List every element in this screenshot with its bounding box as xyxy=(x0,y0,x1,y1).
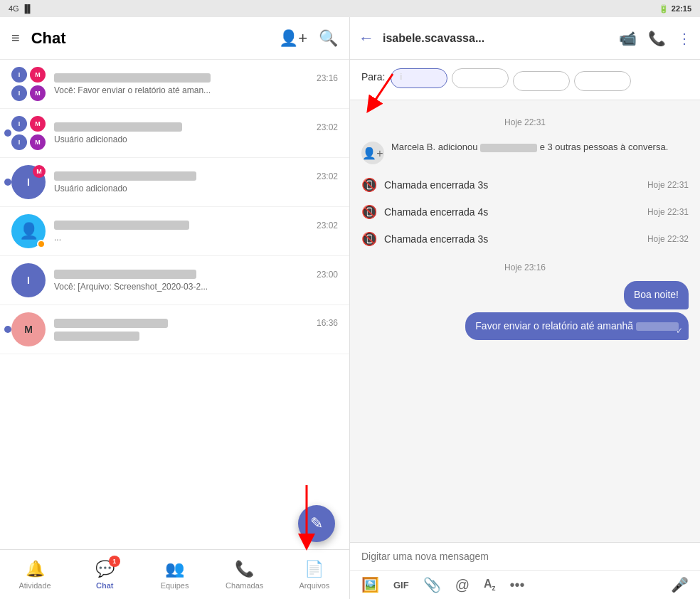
call-item: 📵 Chamada encerrada 4s Hoje 22:31 xyxy=(361,200,689,224)
more-options-toolbar-icon[interactable]: ••• xyxy=(510,577,525,593)
chat-time: 16:36 xyxy=(317,318,338,328)
to-tag[interactable]: i xyxy=(391,68,447,88)
mention-icon[interactable]: @ xyxy=(455,577,470,593)
chat-preview: Usuário adicionado xyxy=(54,134,338,144)
right-header: ← isabele.scavassa... 📹 📞 ⋮ xyxy=(350,17,700,60)
system-message: 👤+ Marcela B. adicionou e 3 outras pesso… xyxy=(361,142,689,164)
nav-item-calls[interactable]: 📞 Chamadas xyxy=(210,560,280,590)
text-format-icon[interactable]: Az xyxy=(484,578,496,592)
search-icon[interactable]: 🔍 xyxy=(319,29,338,48)
voice-call-icon[interactable]: 📞 xyxy=(648,30,666,47)
chat-name xyxy=(54,270,196,279)
call-time: Hoje 22:32 xyxy=(647,234,689,244)
avatar: I xyxy=(11,263,46,297)
chat-time: 23:16 xyxy=(317,73,338,83)
chat-time: 23:02 xyxy=(317,221,338,230)
to-section-wrapper: Para: i xyxy=(350,60,700,100)
header-icons: 👤+ 🔍 xyxy=(279,29,338,48)
chat-preview xyxy=(54,330,338,340)
date-divider: Hoje 22:31 xyxy=(361,117,689,127)
chat-name-row: 23:02 xyxy=(54,122,338,132)
avatar-segment: M xyxy=(30,116,46,132)
avatar: I M I M xyxy=(11,67,46,101)
attachment-icon[interactable]: 📎 xyxy=(423,576,441,593)
chat-item[interactable]: I M I M 23:16 Você: Favor enviar o relat… xyxy=(0,60,349,109)
missed-call-icon: 📵 xyxy=(361,231,377,247)
activity-icon: 🔔 xyxy=(26,560,45,578)
gif-icon[interactable]: GIF xyxy=(393,580,409,590)
to-tags-row1: i xyxy=(391,68,509,91)
chat-messages: Hoje 22:31 👤+ Marcela B. adicionou e 3 o… xyxy=(350,100,700,542)
nav-label-activity: Atividade xyxy=(18,581,51,590)
message-toolbar: 🖼️ GIF 📎 @ Az ••• 🎤 xyxy=(350,570,700,599)
to-tag[interactable] xyxy=(513,71,570,91)
message-input[interactable] xyxy=(361,551,689,562)
avatar-segment: I xyxy=(11,116,27,132)
avatar-segment: M xyxy=(30,85,46,101)
chat-name xyxy=(54,73,211,83)
to-tag[interactable] xyxy=(452,68,509,88)
message-bubble: Favor enviar o relatório até amanhã ✓ xyxy=(465,312,689,341)
image-attach-icon[interactable]: 🖼️ xyxy=(361,576,379,593)
unread-dot xyxy=(4,129,11,137)
status-bar-left: 4G ▐▌ xyxy=(9,4,33,13)
chat-name-row: 23:02 xyxy=(54,171,338,181)
chat-name-row: 23:02 xyxy=(54,221,338,230)
missed-call-icon: 📵 xyxy=(361,204,377,220)
chat-item[interactable]: I 23:00 Você: [Arquivo: Screenshot_2020-… xyxy=(0,256,349,305)
status-bar-right: 🔋 22:15 xyxy=(659,4,691,14)
date-divider: Hoje 23:16 xyxy=(361,263,689,272)
chat-item[interactable]: I M I M 23:02 Usuário adicionado xyxy=(0,109,349,158)
unread-dot xyxy=(4,179,11,186)
message-bubble: Boa noite! xyxy=(624,281,689,309)
hamburger-menu-icon[interactable]: ≡ xyxy=(11,30,20,46)
chat-info: 23:02 ... xyxy=(54,221,338,243)
chat-name-row: 23:00 xyxy=(54,270,338,280)
main-content: ≡ Chat 👤+ 🔍 I M I M xyxy=(0,17,700,599)
message-input-bar xyxy=(350,542,700,570)
system-message-text: Marcela B. adicionou e 3 outras pessoas … xyxy=(391,142,689,152)
nav-label-chat: Chat xyxy=(96,581,113,590)
add-contact-icon[interactable]: 👤+ xyxy=(279,29,307,48)
avatar: I M I M xyxy=(11,116,46,150)
chat-name xyxy=(54,171,196,181)
avatar: I M xyxy=(11,165,46,199)
chat-title: isabele.scavassa... xyxy=(383,32,610,45)
nav-item-files[interactable]: 📄 Arquivos xyxy=(280,560,349,590)
chat-item[interactable]: 👤 23:02 ... xyxy=(0,207,349,256)
call-item: 📵 Chamada encerrada 3s Hoje 22:31 xyxy=(361,173,689,197)
compose-fab-button[interactable]: ✎ xyxy=(298,505,335,542)
more-options-icon[interactable]: ⋮ xyxy=(677,30,691,47)
chat-info: 23:00 Você: [Arquivo: Screenshot_2020-03… xyxy=(54,270,338,292)
chat-time: 23:02 xyxy=(317,122,338,132)
back-button[interactable]: ← xyxy=(359,29,374,48)
to-label: Para: xyxy=(361,68,385,83)
signal-bars: ▐▌ xyxy=(22,4,33,13)
missed-call-icon: 📵 xyxy=(361,177,377,193)
chat-name xyxy=(54,221,189,230)
chat-preview: ... xyxy=(54,233,338,243)
right-panel: ← isabele.scavassa... 📹 📞 ⋮ Para: i xyxy=(350,17,700,599)
nav-label-teams: Equipes xyxy=(161,581,189,590)
nav-label-calls: Chamadas xyxy=(226,581,263,590)
chat-info: 23:16 Você: Favor enviar o relatório até… xyxy=(54,73,338,95)
chat-preview: Você: Favor enviar o relatório até aman.… xyxy=(54,85,338,95)
call-text: Chamada encerrada 4s xyxy=(384,206,640,218)
nav-item-chat[interactable]: 💬 1 Chat xyxy=(70,560,139,590)
battery-icon: 🔋 xyxy=(659,4,669,14)
chat-preview-blurred xyxy=(54,332,139,341)
nav-item-teams[interactable]: 👥 Equipes xyxy=(139,560,209,590)
bottom-nav: 🔔 Atividade 💬 1 Chat 👥 Equipes 📞 Cha xyxy=(0,549,349,599)
add-person-icon: 👤+ xyxy=(361,142,384,164)
chat-time: 23:02 xyxy=(317,171,338,181)
avatar-badge: M xyxy=(33,165,46,178)
voice-message-icon[interactable]: 🎤 xyxy=(671,576,689,593)
to-tag[interactable] xyxy=(574,71,631,91)
nav-item-activity[interactable]: 🔔 Atividade xyxy=(0,560,70,590)
chat-item[interactable]: M 16:36 xyxy=(0,305,349,354)
chat-item[interactable]: I M 23:02 Usuário adicionado xyxy=(0,158,349,207)
avatar-segment: I xyxy=(11,67,27,83)
call-text: Chamada encerrada 3s xyxy=(384,179,640,191)
avatar-segment: M xyxy=(30,67,46,83)
video-call-icon[interactable]: 📹 xyxy=(619,30,637,47)
